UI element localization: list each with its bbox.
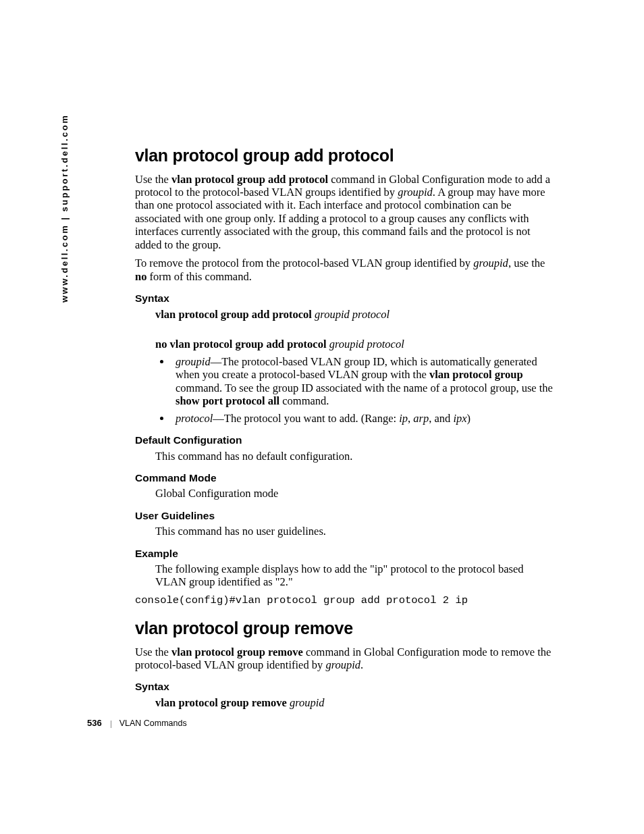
param-italic: arp: [413, 412, 429, 425]
subhead-syntax-2: Syntax: [135, 681, 554, 693]
syntax-block-2: vlan protocol group remove groupid: [155, 696, 554, 709]
param-italic: ipx: [453, 412, 466, 425]
list-item: groupid—The protocol-based VLAN group ID…: [171, 355, 554, 408]
footer-section: VLAN Commands: [119, 719, 187, 728]
default-block: This command has no default configuratio…: [155, 450, 554, 463]
cmd-bold: vlan protocol group remove: [155, 696, 290, 709]
text: ): [467, 412, 471, 425]
guidelines-block: This command has no user guidelines.: [155, 525, 554, 538]
param-italic: groupid: [473, 257, 508, 269]
param-italic: protocol: [176, 412, 213, 425]
text: .: [360, 658, 363, 671]
cmd-bold: vlan protocol group add protocol: [171, 173, 328, 186]
default-text: This command has no default configuratio…: [155, 450, 554, 463]
page: www.dell.com | support.dell.com vlan pro…: [0, 0, 644, 834]
param-list: groupid—The protocol-based VLAN group ID…: [135, 355, 554, 425]
mode-block: Global Configuration mode: [155, 487, 554, 500]
param-italic: groupid: [176, 355, 211, 368]
cmd-bold: vlan protocol group remove: [171, 646, 303, 658]
text: , use the: [508, 257, 545, 269]
cmd-bold: no: [135, 270, 146, 283]
text: Use the: [135, 173, 171, 186]
text: Use the: [135, 646, 171, 658]
heading-vlan-remove: vlan protocol group remove: [135, 619, 554, 639]
param-italic: groupid: [325, 658, 360, 671]
text: —The protocol you want to add. (Range:: [213, 412, 399, 425]
example-code: console(config)#vlan protocol group add …: [135, 594, 554, 606]
side-url-text: www.dell.com | support.dell.com: [59, 114, 70, 303]
subhead-guidelines: User Guidelines: [135, 510, 554, 522]
cmd-bold: no vlan protocol group add protocol: [155, 338, 329, 350]
para-intro-1: Use the vlan protocol group add protocol…: [135, 173, 554, 252]
mode-text: Global Configuration mode: [155, 487, 554, 500]
text: command.: [279, 394, 329, 407]
footer-separator: [111, 721, 111, 728]
subhead-example: Example: [135, 548, 554, 560]
param-italic: groupid: [398, 186, 433, 199]
heading-vlan-add: vlan protocol group add protocol: [135, 146, 554, 166]
subhead-mode: Command Mode: [135, 472, 554, 484]
subhead-syntax: Syntax: [135, 292, 554, 305]
syntax-line-1: vlan protocol group add protocol groupid…: [155, 308, 554, 321]
param-italic: ip: [399, 412, 408, 425]
para-remove-intro: Use the vlan protocol group remove comma…: [135, 646, 554, 672]
para-intro-2: To remove the protocol from the protocol…: [135, 257, 554, 283]
param-italic: groupid protocol: [315, 308, 390, 321]
list-item: protocol—The protocol you want to add. (…: [171, 412, 554, 425]
syntax-line-2: no vlan protocol group add protocol grou…: [155, 338, 554, 350]
cmd-bold: vlan protocol group: [429, 368, 523, 381]
text: To remove the protocol from the protocol…: [135, 257, 473, 269]
example-text: The following example displays how to ad…: [155, 563, 554, 589]
page-number: 536: [87, 718, 102, 728]
cmd-bold: vlan protocol group add protocol: [155, 308, 315, 321]
text: command. To see the group ID associated …: [176, 382, 553, 394]
syntax-remove-line: vlan protocol group remove groupid: [155, 696, 554, 709]
param-italic: groupid protocol: [329, 338, 404, 350]
text: form of this command.: [146, 270, 251, 283]
cmd-bold: show port protocol all: [176, 394, 279, 407]
guidelines-text: This command has no user guidelines.: [155, 525, 554, 538]
content-column: vlan protocol group add protocol Use the…: [135, 146, 554, 713]
param-italic: groupid: [290, 696, 325, 709]
syntax-block: vlan protocol group add protocol groupid…: [155, 308, 554, 351]
example-block: The following example displays how to ad…: [155, 563, 554, 589]
footer: 536 VLAN Commands: [87, 718, 187, 729]
text: , and: [429, 412, 453, 425]
subhead-default: Default Configuration: [135, 434, 554, 446]
